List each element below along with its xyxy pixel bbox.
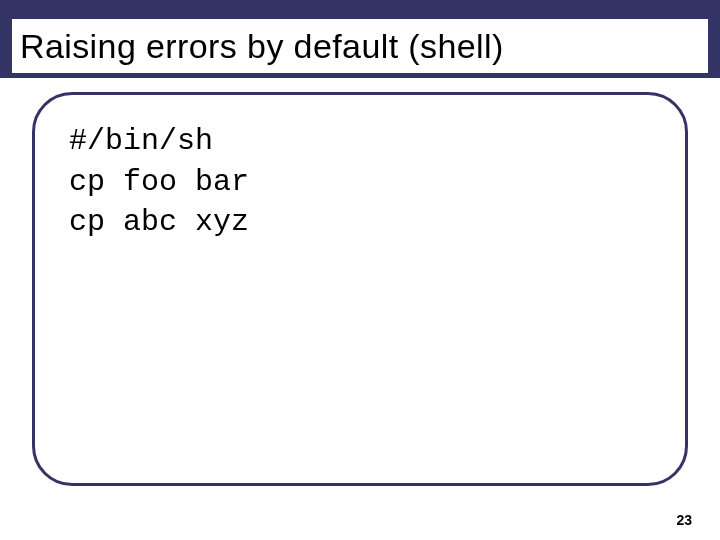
code-line-cp1: cp foo bar xyxy=(69,162,651,203)
content-box: #/bin/sh cp foo bar cp abc xyz xyxy=(32,92,688,486)
code-line-cp2: cp abc xyz xyxy=(69,202,651,243)
page-number: 23 xyxy=(676,512,692,528)
slide: Raising errors by default (shell) #/bin/… xyxy=(0,0,720,540)
title-underline xyxy=(12,73,708,78)
title-area: Raising errors by default (shell) xyxy=(12,19,708,73)
code-line-shebang: #/bin/sh xyxy=(69,121,651,162)
slide-title: Raising errors by default (shell) xyxy=(20,27,504,66)
